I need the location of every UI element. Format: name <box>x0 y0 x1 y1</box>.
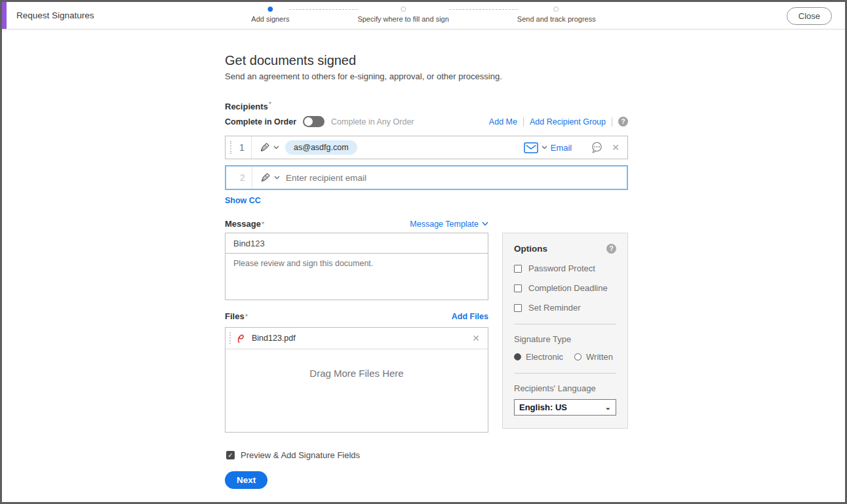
checkbox-unchecked <box>514 284 522 292</box>
step-send-track: Send and track progress <box>517 7 596 23</box>
options-title: Options <box>514 244 547 254</box>
step-label: Send and track progress <box>517 15 596 23</box>
required-asterisk: * <box>245 313 248 320</box>
recipients-section-label: Recipients* <box>225 100 271 112</box>
password-protect-checkbox[interactable]: Password Protect <box>514 263 616 273</box>
help-icon[interactable]: ? <box>606 244 616 254</box>
add-me-link[interactable]: Add Me <box>489 117 517 126</box>
step-dot <box>554 7 559 12</box>
step-dot-active <box>267 7 273 12</box>
progress-stepper: Add signers Specify where to fill and si… <box>251 7 595 23</box>
step-label: Add signers <box>251 15 289 23</box>
purple-accent-bar <box>2 2 7 29</box>
checkbox-unchecked <box>514 304 522 312</box>
order-toggle[interactable] <box>303 116 325 127</box>
message-subject-input[interactable] <box>225 233 488 254</box>
chevron-down-icon <box>482 222 488 226</box>
chevron-down-icon <box>274 176 280 180</box>
message-template-dropdown[interactable]: Message Template <box>410 220 488 229</box>
signer-role-dropdown[interactable] <box>259 142 279 153</box>
required-asterisk: * <box>269 100 271 108</box>
signature-type-label: Signature Type <box>514 334 616 344</box>
private-message-button[interactable] <box>590 142 604 154</box>
drag-handle-icon[interactable] <box>229 332 232 344</box>
message-section-head: Message* Message Template <box>225 219 488 229</box>
message-body-textarea[interactable]: Please review and sign this document. <box>225 253 488 300</box>
complete-in-order-label: Complete in Order <box>225 117 296 126</box>
step-connector <box>289 9 357 10</box>
delivery-method-label: Email <box>551 143 572 153</box>
preview-fields-checkbox[interactable]: ✓ Preview & Add Signature Fields <box>226 450 360 460</box>
language-select[interactable]: English: US ⌄ <box>514 399 616 416</box>
complete-any-order-label: Complete in Any Order <box>331 117 414 126</box>
files-drop-area[interactable]: Bind123.pdf ✕ Drag More Files Here <box>225 327 488 433</box>
step-dot <box>401 7 406 12</box>
signing-order-row: Complete in Order Complete in Any Order … <box>225 116 628 127</box>
chevron-down-icon <box>542 145 547 149</box>
file-name: Bind123.pdf <box>252 334 296 343</box>
email-envelope-icon <box>524 142 538 153</box>
checkbox-unchecked <box>514 265 522 273</box>
show-cc-link[interactable]: Show CC <box>225 196 261 205</box>
header-bar: Request Signatures Add signers Specify w… <box>2 2 845 29</box>
step-specify-fields: Specify where to fill and sign <box>357 7 448 23</box>
remove-recipient-icon[interactable]: ✕ <box>612 142 620 153</box>
message-bubble-icon <box>590 142 604 154</box>
pen-icon <box>260 172 271 184</box>
pdf-file-icon <box>236 333 246 343</box>
set-reminder-checkbox[interactable]: Set Reminder <box>514 303 616 313</box>
divider <box>252 166 252 189</box>
language-value: English: US <box>519 402 567 412</box>
options-panel: Options ? Password Protect Completion De… <box>502 233 628 429</box>
recipient-row-2: 2 <box>225 165 628 190</box>
checkbox-checked: ✓ <box>226 451 235 459</box>
recipient-row-1: 1 as@asdfg.com Email ✕ <box>225 136 628 159</box>
request-signatures-dialog: Request Signatures Add signers Specify w… <box>0 0 847 504</box>
drop-files-hint: Drag More Files Here <box>226 368 488 379</box>
recipient-email-chip[interactable]: as@asdfg.com <box>285 140 357 155</box>
remove-file-icon[interactable]: ✕ <box>472 333 480 343</box>
completion-deadline-checkbox[interactable]: Completion Deadline <box>514 283 616 293</box>
divider <box>251 136 252 159</box>
divider <box>514 373 616 374</box>
radio-electronic[interactable] <box>514 353 521 360</box>
pen-icon <box>259 142 271 153</box>
delivery-method-dropdown[interactable]: Email <box>524 142 572 153</box>
step-label: Specify where to fill and sign <box>357 15 448 23</box>
step-connector <box>449 9 517 10</box>
divider <box>514 324 616 324</box>
next-button[interactable]: Next <box>225 471 267 489</box>
divider <box>612 117 612 126</box>
file-item: Bind123.pdf ✕ <box>226 328 488 349</box>
recipients-language-label: Recipients' Language <box>514 383 616 393</box>
signer-role-dropdown[interactable] <box>260 172 280 184</box>
add-recipient-group-link[interactable]: Add Recipient Group <box>530 117 606 126</box>
main-subtitle: Send an agreement to others for e-signin… <box>225 71 502 81</box>
step-add-signers: Add signers <box>251 7 289 23</box>
recipient-index: 2 <box>233 172 252 183</box>
main-heading: Get documents signed <box>225 53 356 68</box>
add-files-link[interactable]: Add Files <box>452 312 488 321</box>
recipient-index: 1 <box>233 142 251 153</box>
close-button[interactable]: Close <box>787 7 832 25</box>
page-title: Request Signatures <box>16 2 94 29</box>
toggle-knob <box>304 117 313 126</box>
radio-written[interactable] <box>574 353 581 360</box>
recipient-email-input[interactable] <box>286 173 627 183</box>
files-section-head: Files* Add Files <box>225 311 488 321</box>
divider <box>523 117 524 126</box>
help-icon[interactable]: ? <box>618 117 628 126</box>
required-asterisk: * <box>262 220 264 228</box>
chevron-down-icon: ⌄ <box>605 403 611 412</box>
chevron-down-icon <box>273 145 279 149</box>
